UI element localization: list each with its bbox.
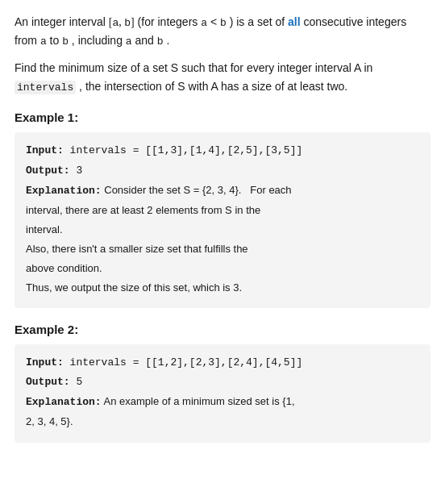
- example-1-input-line: Input: intervals = [[1,3],[1,4],[2,5],[3…: [26, 142, 419, 160]
- example-1-explanation-text-1: Consider the set S = {2, 3, 4}. For each: [102, 184, 292, 196]
- intervals-code: intervals: [15, 81, 76, 94]
- problem-paragraph-2: Find the minimum size of a set S such th…: [15, 59, 430, 97]
- var-a-incl: a: [126, 35, 132, 48]
- example-1-input-value: intervals = [[1,3],[1,4],[2,5],[3,5]]: [64, 144, 302, 156]
- example-1-box: Input: intervals = [[1,3],[1,4],[2,5],[3…: [15, 132, 430, 308]
- var-b-to: b: [62, 35, 69, 48]
- example-1-output-label: Output:: [26, 165, 70, 177]
- example-1-expl-line-6: Thus, we output the size of this set, wh…: [26, 279, 419, 297]
- example-1-expl-line-2: interval, there are at least 2 elements …: [26, 202, 419, 219]
- problem-paragraph-1: An integer interval [a, b] (for integers…: [15, 13, 430, 51]
- example-1-section: Example 1: Input: intervals = [[1,3],[1,…: [15, 110, 430, 308]
- example-1-explanation-label: Explanation:: [26, 185, 102, 197]
- example-2-input-value: intervals = [[1,2],[2,3],[2,4],[4,5]]: [64, 356, 302, 369]
- example-2-explanation-line: Explanation: An example of a minimum siz…: [26, 393, 419, 411]
- example-1-title: Example 1:: [15, 110, 430, 124]
- example-2-section: Example 2: Input: intervals = [[1,2],[2,…: [15, 323, 430, 442]
- bold-all: all: [288, 15, 301, 28]
- example-1-expl-line-3: interval.: [26, 221, 419, 239]
- example-2-box: Input: intervals = [[1,2],[2,3],[2,4],[4…: [15, 344, 430, 442]
- example-2-output-label: Output:: [26, 376, 70, 388]
- var-a-from: a: [40, 35, 47, 48]
- including-text: including: [78, 34, 123, 47]
- example-2-explanation-label: Explanation:: [26, 396, 102, 408]
- var-b-incl: b: [157, 35, 164, 48]
- example-1-output-value: 3: [70, 165, 83, 177]
- example-2-output-line: Output: 5: [26, 373, 419, 391]
- example-2-expl-line-2: 2, 3, 4, 5}.: [26, 413, 419, 431]
- problem-description: An integer interval [a, b] (for integers…: [15, 13, 430, 96]
- example-2-explanation-text-1: An example of a minimum sized set is {1,: [102, 395, 295, 407]
- example-1-expl-line-5: above condition.: [26, 260, 419, 277]
- and-text: and: [135, 34, 154, 47]
- example-2-input-label: Input:: [26, 356, 64, 369]
- example-1-output-line: Output: 3: [26, 162, 419, 180]
- example-1-input-label: Input:: [26, 144, 64, 156]
- example-2-title: Example 2:: [15, 323, 430, 336]
- example-1-expl-line-4: Also, there isn't a smaller size set tha…: [26, 240, 419, 258]
- example-2-input-line: Input: intervals = [[1,2],[2,3],[2,4],[4…: [26, 354, 419, 372]
- example-2-output-value: 5: [70, 376, 83, 388]
- example-1-explanation-line: Explanation: Consider the set S = {2, 3,…: [26, 181, 419, 200]
- bracket-notation: [a, b]: [109, 16, 135, 28]
